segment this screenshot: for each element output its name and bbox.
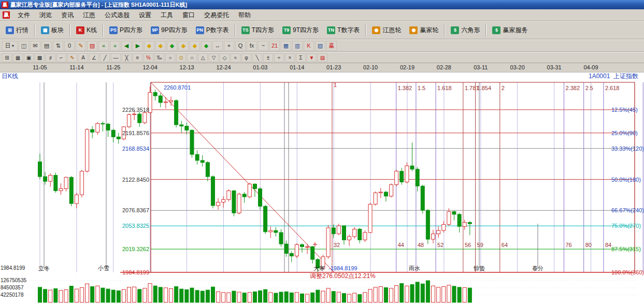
diamond-yellow-1-icon[interactable]: ◆ — [144, 41, 154, 51]
circle-tool[interactable]: ○ — [165, 53, 175, 62]
svg-text:1984.8199: 1984.8199 — [122, 269, 149, 275]
menu-item-7[interactable]: 窗口 — [178, 10, 199, 21]
t-number-table-button[interactable]: TNT数字表 — [323, 24, 363, 37]
hexagon-button[interactable]: $六角形 — [447, 24, 483, 37]
wave-icon[interactable]: ~ — [258, 41, 268, 51]
svg-text:80: 80 — [585, 242, 592, 248]
highlight-icon[interactable]: ▨ — [87, 41, 97, 51]
diamond-yellow-2-icon[interactable]: ◆ — [155, 41, 166, 51]
zero-base-icon[interactable]: 0 — [64, 41, 75, 51]
panel-chart-icon[interactable]: ▦ — [281, 41, 291, 51]
crosshair-icon[interactable]: + — [224, 41, 234, 51]
market-quotes-button[interactable]: ⊞行情 — [2, 24, 32, 37]
period-day-dropdown[interactable]: 日▼ — [2, 41, 18, 51]
gann-box-tool[interactable]: ▣ — [24, 53, 34, 62]
price-square-tool[interactable]: ▩ — [35, 53, 45, 62]
angle-tool[interactable]: ∠ — [89, 53, 99, 62]
wave-count-tool[interactable]: ≈ — [231, 53, 240, 62]
erase-tool[interactable]: ▨ — [318, 53, 327, 62]
menu-item-6[interactable]: 工具 — [156, 10, 178, 21]
p-square-button[interactable]: PSP四方形 — [106, 24, 146, 37]
menu-item-3[interactable]: 江恩 — [78, 10, 100, 21]
formula-icon[interactable]: fx — [247, 41, 257, 51]
triangle-tool[interactable]: △ — [198, 53, 208, 62]
multiply-tool[interactable]: × — [285, 53, 295, 62]
9t-square-button[interactable]: T99T四方形 — [279, 24, 322, 37]
calendar-21-icon[interactable]: 21 — [269, 41, 280, 51]
percent-tool[interactable]: % — [144, 53, 153, 62]
menu-item-9[interactable]: 帮助 — [234, 10, 255, 21]
last-bar-icon[interactable]: » — [110, 41, 120, 51]
menu-item-1[interactable]: 浏览 — [35, 10, 56, 21]
diamond-green-2-icon[interactable]: ◆ — [201, 41, 211, 51]
fib-tool[interactable]: φ — [241, 53, 251, 62]
kline-style-icon[interactable]: K — [304, 41, 314, 51]
9p-square-button-label: 9P四方形 — [161, 26, 188, 35]
cycle-tool[interactable]: ⊙ — [176, 53, 186, 62]
cross-tool[interactable]: ╳ — [122, 53, 132, 62]
sum-tool[interactable]: Σ — [296, 53, 306, 62]
menu-item-0[interactable]: 文件 — [13, 10, 35, 21]
svg-text:调整276.0502点12.21%: 调整276.0502点12.21% — [309, 272, 376, 280]
notes-icon[interactable]: ▧ — [315, 41, 325, 51]
sort-updown-icon[interactable]: ⇅ — [53, 41, 63, 51]
dropdown-caret-icon: ▼ — [11, 44, 15, 48]
p-number-table-button[interactable]: PNP数字表 — [192, 24, 233, 37]
9p-square-button[interactable]: 9P9P四方形 — [147, 24, 191, 37]
diamond-green-1-icon[interactable]: ◆ — [167, 41, 177, 51]
first-bar-icon[interactable]: « — [98, 41, 109, 51]
winner-service-button[interactable]: $赢家服务 — [489, 24, 531, 37]
divide-tool[interactable]: ÷ — [274, 53, 284, 62]
mirror-tool[interactable]: ± — [263, 53, 273, 62]
list-view-icon[interactable]: ▤ — [41, 41, 52, 51]
menu-item-5[interactable]: 设置 — [134, 10, 156, 21]
prev-bar-icon[interactable]: ◀ — [121, 41, 132, 51]
menu-item-2[interactable]: 资讯 — [56, 10, 78, 21]
zoom-icon[interactable]: Q — [235, 41, 246, 51]
winner-wheel-button[interactable]: ◉赢家轮 — [406, 24, 442, 37]
svg-text:小雪: 小雪 — [97, 265, 109, 271]
next-bar-icon[interactable]: ▶ — [133, 41, 143, 51]
t-square-button[interactable]: TST四方形 — [238, 24, 278, 37]
gann-grid-tool[interactable]: ▦ — [13, 53, 23, 62]
filter-tool[interactable]: ▼ — [307, 53, 317, 62]
permille-tool[interactable]: ‰ — [154, 53, 164, 62]
diamond-yellow-3-icon[interactable]: ◆ — [178, 41, 189, 51]
svg-text:2019.3262: 2019.3262 — [122, 246, 149, 252]
sectors-button[interactable]: ▦板块 — [37, 24, 67, 37]
grid-tool[interactable]: ⊞ — [2, 53, 12, 62]
arc-tool[interactable]: ∩ — [187, 53, 197, 62]
svg-text:日K线: 日K线 — [2, 72, 18, 80]
trendline-tool[interactable]: ╱ — [100, 53, 110, 62]
text-tool[interactable]: A — [78, 53, 88, 62]
octave-tool[interactable]: ♯ — [46, 53, 55, 62]
gann-wheel-button[interactable]: ◉江恩轮 — [368, 24, 405, 37]
speedline-tool[interactable]: ╲ — [252, 53, 262, 62]
diamond-tool[interactable]: ◇ — [220, 53, 230, 62]
svg-text:2076.8367: 2076.8367 — [122, 207, 149, 213]
wedge-tool[interactable]: ▽ — [209, 53, 219, 62]
channel-tool[interactable]: ≡ — [133, 53, 142, 62]
9p-square-button-icon: 9P — [151, 26, 159, 34]
toolbar-separator — [444, 24, 445, 37]
brush-icon[interactable]: ✎ — [76, 41, 86, 51]
svg-text:12.5%(45): 12.5%(45) — [611, 107, 638, 113]
kline-button[interactable]: KK线 — [73, 24, 101, 37]
diamond-yellow-4-icon[interactable]: ◆ — [190, 41, 200, 51]
window-split-icon[interactable]: ◫ — [19, 41, 29, 51]
date-tick-label: 11-25 — [102, 64, 125, 70]
report-icon[interactable]: ▥ — [292, 41, 303, 51]
winner-logo-icon[interactable]: 赢 — [326, 41, 337, 51]
date-tick-label: 04-09 — [580, 64, 603, 70]
sectors-button-label: 板块 — [51, 26, 64, 35]
pan-hand-icon[interactable]: ↔ — [212, 41, 223, 51]
hline-tool[interactable]: — — [111, 53, 121, 62]
menu-item-8[interactable]: 交易委托 — [199, 10, 234, 21]
menu-item-4[interactable]: 公式选股 — [100, 10, 134, 21]
message-icon[interactable]: ✉ — [30, 41, 40, 51]
pencil-tool[interactable]: ✎ — [67, 53, 77, 62]
kline-chart-canvas[interactable]: 1321.382441.5481.618521.781561.854592642… — [0, 72, 644, 306]
titlebar[interactable]: 赢 赢家江恩专业版[赢家内部服务平台] - [上证指数 SH1A0001-111… — [0, 0, 644, 9]
svg-text:春分: 春分 — [532, 265, 543, 271]
ruler-tool[interactable]: ⌐ — [56, 53, 66, 62]
